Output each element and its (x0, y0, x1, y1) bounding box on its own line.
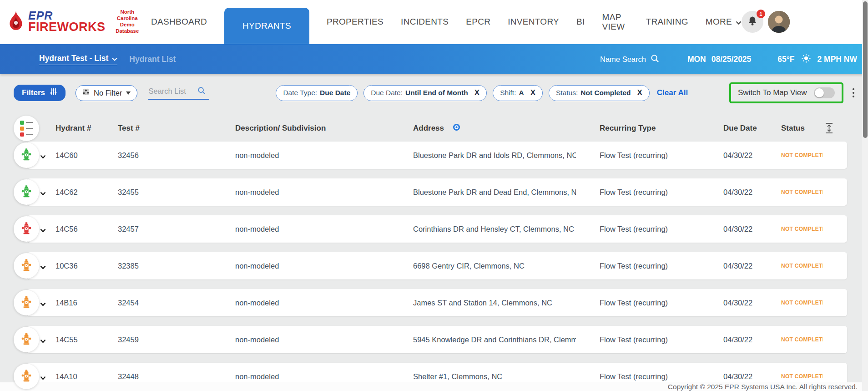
breadcrumb: Hydrant List (129, 55, 176, 64)
column-header: Recurring Type (600, 124, 723, 133)
cell-description: non-modeled (235, 372, 413, 381)
nav-item-map-view[interactable]: MAP VIEW (602, 12, 629, 32)
table-row[interactable]: 10C36 32385 non-modeled 6698 Gentry CIR,… (27, 252, 847, 279)
temperature: 65°F (777, 55, 794, 64)
list-selector-dropdown[interactable]: Hydrant Test - List (39, 54, 117, 65)
expand-row-chevron-icon[interactable] (40, 300, 46, 308)
clear-all-filters-button[interactable]: Clear All (657, 88, 688, 97)
cell-address: Shelter #1, Clemmons, NC (413, 372, 576, 381)
nav-item-dashboard[interactable]: DASHBOARD (151, 17, 207, 27)
nav-item-hydrants[interactable]: HYDRANTS (224, 8, 309, 44)
cell-recurring-type: Flow Test (recurring) (600, 299, 723, 307)
column-header: Address (413, 123, 600, 134)
column-header: Status (781, 124, 847, 133)
copyright-text: Copyright © 2025 EPR Systems USA Inc. Al… (668, 383, 858, 391)
column-header: Due Date (723, 124, 781, 133)
table-row[interactable]: 14C60 32456 non-modeled Bluestone Park D… (27, 142, 847, 169)
nav-item-properties[interactable]: PROPERTIES (327, 17, 384, 27)
vertical-scrollbar[interactable] (862, 0, 868, 391)
address-target-icon[interactable] (452, 123, 461, 134)
chevron-down-icon (126, 91, 131, 95)
status-badge: NOT COMPLETED (781, 300, 823, 306)
cell-description: non-modeled (235, 188, 413, 197)
remove-chip-button[interactable]: X (530, 88, 535, 97)
name-search[interactable]: Name Search (600, 54, 659, 65)
main-nav: DASHBOARD HYDRANTS PROPERTIES INCIDENTS … (151, 0, 742, 44)
remove-chip-button[interactable]: X (474, 88, 479, 97)
column-header: Test # (118, 124, 235, 133)
sun-icon (801, 53, 811, 65)
expand-row-chevron-icon[interactable] (40, 263, 46, 271)
nav-item-bi[interactable]: BI (576, 17, 585, 27)
expand-row-chevron-icon[interactable] (40, 337, 46, 345)
table-row[interactable]: 14B16 32454 non-modeled James ST and Sta… (27, 289, 847, 316)
table-row[interactable]: 14C62 32455 non-modeled Bluestone Park D… (27, 178, 847, 206)
cell-description: non-modeled (235, 299, 413, 307)
cell-recurring-type: Flow Test (recurring) (600, 262, 723, 270)
cell-test-number: 32448 (118, 372, 235, 381)
cell-hydrant-number: 14C56 (56, 225, 118, 234)
expand-row-chevron-icon[interactable] (40, 226, 46, 234)
nav-item-more[interactable]: MORE (706, 17, 742, 27)
table-row[interactable]: 14C56 32457 non-modeled Corinthians DR a… (27, 215, 847, 243)
cell-test-number: 32457 (118, 225, 235, 234)
hydrant-icon (20, 221, 32, 237)
search-input[interactable] (148, 87, 197, 96)
notifications-button[interactable]: 1 (742, 11, 763, 33)
cell-test-number: 32454 (118, 299, 235, 307)
status-badge: NOT COMPLETED (781, 226, 823, 232)
nav-item-training[interactable]: TRAINING (646, 17, 688, 27)
row-height-icon[interactable] (825, 122, 833, 136)
nav-item-inventory[interactable]: INVENTORY (508, 17, 559, 27)
cell-hydrant-number: 14B16 (56, 299, 118, 307)
wind-speed: 2 MPH NW (818, 55, 858, 64)
app-logo[interactable]: EPR FIREWORKS (8, 10, 106, 33)
search-icon[interactable] (197, 86, 206, 96)
table-header: Hydrant # Test # Description/ Subdivisio… (27, 115, 847, 142)
map-toggle-label: Switch To Map View (738, 88, 807, 97)
cell-due-date: 04/30/22 (723, 372, 781, 381)
expand-row-chevron-icon[interactable] (40, 152, 46, 161)
list-search (148, 86, 209, 100)
user-avatar[interactable] (768, 11, 790, 33)
expand-row-chevron-icon[interactable] (40, 374, 46, 382)
expand-row-chevron-icon[interactable] (40, 189, 46, 198)
page-subheader: Hydrant Test - List Hydrant List Name Se… (0, 44, 868, 74)
cell-test-number: 32455 (118, 188, 235, 197)
cell-description: non-modeled (235, 335, 413, 344)
filter-chip: Status: Not Completed X (549, 85, 650, 101)
saved-filter-dropdown[interactable]: No Filter (76, 85, 137, 101)
list-legend-icon[interactable] (14, 116, 39, 141)
cell-hydrant-number: 14C62 (56, 188, 118, 197)
status-badge: NOT COMPLETED (781, 152, 823, 158)
notification-count-badge: 1 (757, 10, 765, 18)
hydrant-icon (20, 147, 32, 163)
cell-hydrant-number: 10C36 (56, 262, 118, 270)
cell-due-date: 04/30/22 (723, 225, 781, 234)
nav-item-incidents[interactable]: INCIDENTS (401, 17, 449, 27)
switch-to-map-view-toggle[interactable] (814, 87, 835, 98)
status-badge: NOT COMPLETED (781, 336, 823, 343)
filters-button[interactable]: Filters (14, 85, 66, 101)
sliders-icon (82, 88, 90, 97)
hydrant-icon (20, 332, 32, 347)
cell-address: 6698 Gentry CIR, Clemmons, NC (413, 262, 576, 270)
cell-address: 5945 Knowledge DR and Corinthians DR, Cl… (413, 335, 576, 344)
status-badge: NOT COMPLETED (781, 373, 823, 380)
cell-hydrant-number: 14A10 (56, 372, 118, 381)
demo-database-badge: North Carolina Demo Database (116, 9, 139, 34)
cell-due-date: 04/30/22 (723, 335, 781, 344)
column-header: Hydrant # (56, 124, 118, 133)
sliders-icon (50, 88, 57, 98)
cell-test-number: 32385 (118, 262, 235, 270)
footer: Copyright © 2025 EPR Systems USA Inc. Al… (0, 382, 862, 391)
cell-recurring-type: Flow Test (recurring) (600, 188, 723, 197)
nav-item-epcr[interactable]: EPCR (466, 17, 490, 27)
table-row[interactable]: 14C55 32459 non-modeled 5945 Knowledge D… (27, 326, 847, 353)
column-header: Description/ Subdivision (235, 124, 413, 133)
more-options-button[interactable] (851, 86, 857, 100)
hydrant-icon (20, 258, 32, 274)
scrollbar-thumb[interactable] (863, 1, 868, 138)
remove-chip-button[interactable]: X (637, 88, 642, 97)
logo-text-fireworks: FIREWORKS (28, 21, 106, 33)
